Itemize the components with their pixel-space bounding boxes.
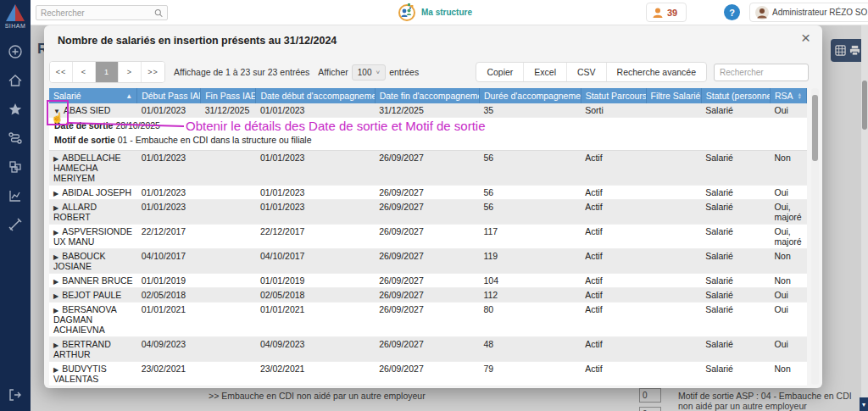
cell-statut_parcours: Actif	[581, 288, 646, 303]
column-header-10[interactable]: RSA▲▼	[771, 88, 807, 103]
table-header-row: Salarié▲Début Pass IAE▲▼Fin Pass IAE▲▼Da…	[49, 88, 807, 103]
close-icon[interactable]: ×	[801, 30, 810, 46]
cell-date_fin: 26/09/2027	[375, 303, 479, 337]
scroll-down-button[interactable]: ▾	[860, 397, 868, 411]
pagination-prev-button[interactable]: <	[73, 62, 96, 82]
cell-debut_pass: 04/10/2017	[137, 249, 201, 274]
cell-fin_pass	[201, 200, 256, 225]
cubes-icon[interactable]	[8, 159, 23, 175]
cell-statut_parcours: Actif	[581, 386, 646, 387]
expand-toggle-icon[interactable]: ▶	[53, 155, 58, 163]
column-header-2[interactable]: Début Pass IAE▲▼	[137, 88, 201, 103]
cell-duree: 80	[479, 303, 581, 337]
home-icon[interactable]	[8, 73, 23, 88]
table-row[interactable]: ▶BABOUCK JOSIANE04/10/201704/10/201726/0…	[49, 249, 807, 274]
notifications-widget[interactable]: 39	[646, 3, 687, 22]
expand-toggle-icon[interactable]: ▶	[53, 229, 58, 236]
table-row[interactable]: ▶ASPVERSIONDEUX MANU22/12/201722/12/2017…	[49, 225, 807, 249]
motif-sortie-label: Motif de sortie	[54, 135, 115, 145]
cell-rsa: Oui	[771, 103, 807, 118]
cell-rsa: Non	[771, 249, 807, 274]
excel-button[interactable]: Excel	[524, 63, 567, 81]
table-row[interactable]: ▶ABIDAL JOSEPH01/01/202301/01/202326/09/…	[49, 186, 807, 200]
advanced-search-button[interactable]: Recherche avancée	[607, 63, 706, 81]
expand-toggle-icon[interactable]: ▶	[53, 204, 58, 212]
cell-rsa: Non	[771, 362, 807, 386]
column-header-4[interactable]: Date début d'accompagnement▲▼	[256, 88, 375, 103]
global-search-input[interactable]	[41, 8, 154, 18]
salaries-modal: Nombre de salariés en insertion présents…	[44, 25, 822, 388]
column-header-9[interactable]: Statut (personne)▲▼	[701, 88, 770, 103]
copy-button[interactable]: Copier	[476, 63, 524, 81]
expand-toggle-icon[interactable]: ▶	[53, 342, 58, 349]
modal-title: Nombre de salariés en insertion présents…	[58, 35, 337, 47]
structure-widget[interactable]: Ma structure	[397, 2, 472, 22]
modal-scrollbar[interactable]	[811, 88, 819, 385]
table-search-input[interactable]	[714, 64, 809, 81]
logout-icon[interactable]	[8, 387, 23, 403]
pagination-first-button[interactable]: <<	[50, 62, 73, 82]
employee-name: BEJOT PAULE	[62, 290, 121, 300]
expand-toggle-icon[interactable]: ▶	[53, 253, 58, 261]
date-sortie-label: Date de sortie	[54, 120, 113, 131]
cell-filtre	[646, 274, 701, 288]
table-row[interactable]: ▶ABDELLACHE HAMECHA MERIYEM01/01/202301/…	[49, 151, 807, 186]
route-icon[interactable]	[8, 131, 23, 146]
page-scrollbar-thumb[interactable]	[862, 81, 867, 130]
cell-debut_pass: 02/05/2018	[137, 288, 201, 303]
column-header-1[interactable]: Salarié▲	[49, 88, 137, 103]
employee-name: BERTRAND ARTHUR	[53, 339, 111, 359]
table-row[interactable]: ▼ABAS SIED01/01/202331/12/202501/01/2023…	[49, 103, 807, 118]
column-header-7[interactable]: Statut Parcours▲▼	[581, 88, 646, 103]
expand-toggle-icon[interactable]: ▶	[53, 307, 58, 314]
modal-scrollbar-thumb[interactable]	[812, 95, 818, 161]
cell-duree: 119	[479, 249, 581, 274]
pagination-next-button[interactable]: >	[119, 62, 142, 82]
cell-statut_personne: Salarié	[701, 386, 770, 387]
column-header-5[interactable]: Date fin d'accompagnement▲▼	[375, 88, 479, 103]
cell-rsa: Oui	[771, 288, 807, 303]
csv-button[interactable]: CSV	[567, 63, 607, 81]
global-search[interactable]	[36, 5, 168, 20]
expand-toggle-icon[interactable]: ▼	[53, 108, 60, 115]
cell-date_fin: 26/09/2027	[375, 186, 479, 200]
table-row[interactable]: ▶CAROLEA ADAM25/02/202125/02/202126/09/2…	[49, 386, 807, 387]
detail-row-motif-sortie: Motif de sortie 01 - Embauche en CDI dan…	[49, 132, 807, 151]
cell-fin_pass	[201, 362, 256, 386]
cell-date_fin: 26/09/2027	[375, 151, 479, 186]
table-row[interactable]: ▶BERTRAND ARTHUR04/09/202304/09/202326/0…	[49, 337, 807, 362]
table-row[interactable]: ▶BEJOT PAULE02/05/201802/05/201826/09/20…	[49, 288, 807, 303]
cell-rsa: Oui, majoré	[771, 200, 807, 225]
cell-rsa: Non	[771, 151, 807, 186]
column-header-8[interactable]: Filtre Salarié▲▼	[646, 88, 701, 103]
star-icon[interactable]	[8, 102, 23, 117]
cell-debut_pass: 01/01/2023	[137, 103, 201, 118]
column-header-6[interactable]: Durée d'accompagnement▲▼	[479, 88, 581, 103]
plus-circle-icon[interactable]	[8, 44, 23, 59]
cell-date_fin: 26/09/2027	[375, 288, 479, 303]
column-header-3[interactable]: Fin Pass IAE▲▼	[201, 88, 256, 103]
cell-debut_pass: 01/01/2023	[137, 151, 201, 186]
cell-statut_parcours: Actif	[581, 200, 646, 225]
table-row[interactable]: ▶BERSANOVA DAGMAN ACHAIEVNA01/01/202101/…	[49, 303, 807, 337]
table-row[interactable]: ▶ALLARD ROBERT01/01/202301/01/202326/09/…	[49, 200, 807, 225]
cell-date_fin: 26/09/2027	[375, 225, 479, 249]
table-row[interactable]: ▶BUDVYTIS VALENTAS23/02/202123/02/202126…	[49, 362, 807, 386]
table-row[interactable]: ▶BANNER BRUCE01/01/201901/01/201926/09/2…	[49, 274, 807, 288]
cell-date_fin: 26/09/2027	[375, 362, 479, 386]
expand-toggle-icon[interactable]: ▶	[53, 366, 58, 374]
expand-toggle-icon[interactable]: ▶	[53, 292, 58, 300]
expand-toggle-icon[interactable]: ▶	[53, 278, 58, 286]
chart-line-icon[interactable]	[8, 188, 23, 203]
page-size-select[interactable]: 100 ˅	[352, 64, 386, 81]
help-button[interactable]: ?	[724, 4, 740, 20]
pagination-page-button[interactable]: 1	[96, 62, 119, 82]
page-scrollbar[interactable]	[861, 25, 868, 411]
expand-toggle-icon[interactable]: ▶	[53, 190, 58, 197]
cell-debut_pass: 22/12/2017	[137, 225, 201, 249]
user-menu[interactable]: Administrateur RÉZO SO...	[749, 3, 868, 22]
employee-name: ABAS SIED	[64, 105, 110, 115]
pagination-last-button[interactable]: >>	[142, 62, 164, 82]
tools-icon[interactable]	[8, 217, 23, 232]
notification-count-badge: 39	[667, 8, 677, 18]
